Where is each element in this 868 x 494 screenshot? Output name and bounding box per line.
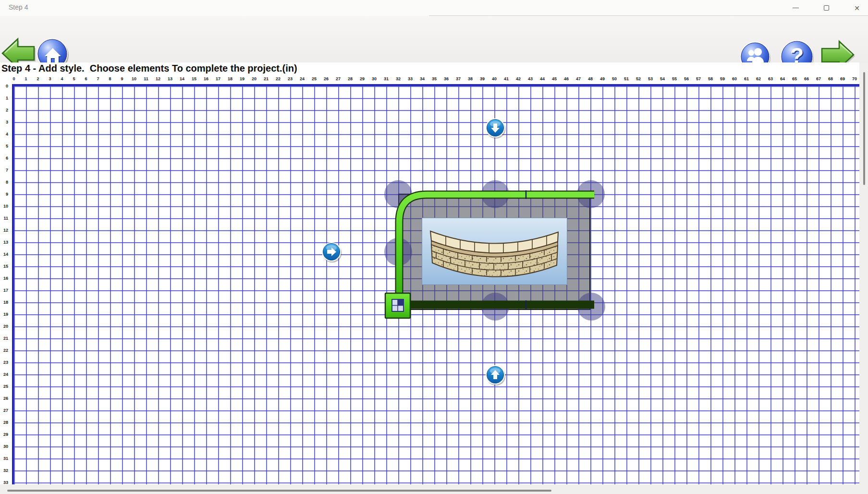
ruler-left-label: 9 [0, 191, 8, 197]
ruler-top-label: 24 [295, 76, 309, 81]
ruler-top-label: 45 [548, 76, 561, 81]
ruler-left-label: 3 [0, 119, 8, 125]
ruler-top-label: 8 [103, 76, 117, 81]
ruler-left-label: 8 [0, 179, 8, 185]
ruler-left-label: 20 [0, 323, 8, 329]
maximize-button[interactable] [819, 2, 833, 14]
minimize-icon [793, 8, 799, 9]
ruler-top-label: 57 [692, 76, 705, 81]
ruler-top-label: 23 [283, 76, 297, 81]
ruler-top-label: 31 [379, 76, 393, 81]
ruler-top-label: 60 [728, 76, 741, 81]
ruler-left-label: 2 [0, 107, 8, 113]
ruler-left-label: 0 [0, 83, 8, 89]
ruler-left-label: 16 [0, 275, 8, 281]
ruler-left-label: 13 [0, 239, 8, 245]
ruler-top-label: 64 [776, 76, 789, 81]
ruler-top-label: 40 [488, 76, 501, 81]
ruler-top-label: 44 [536, 76, 549, 81]
ruler-left-label: 17 [0, 287, 8, 293]
ruler-top-label: 3 [43, 76, 57, 81]
ruler-left-label: 29 [0, 432, 8, 437]
ruler-left-label: 15 [0, 263, 8, 269]
ruler-left-label: 10 [0, 203, 8, 209]
ruler-left-label: 28 [0, 420, 8, 425]
ruler-top-label: 25 [307, 76, 321, 81]
ruler-top-label: 66 [800, 76, 813, 81]
ruler-top-label: 4 [55, 76, 69, 81]
ruler-top-label: 49 [596, 76, 609, 81]
ruler-top-label: 51 [620, 76, 633, 81]
ruler-top-label: 10 [127, 76, 141, 81]
ruler-top-label: 47 [572, 76, 585, 81]
ruler-top-label: 59 [716, 76, 729, 81]
step-heading: Step 4 - Add style. Choose elements To c… [1, 63, 297, 74]
ruler-left-label: 26 [0, 395, 8, 401]
toolbar: ? ? [0, 16, 868, 62]
ruler-top-label: 69 [836, 76, 849, 81]
ruler-top-label: 55 [668, 76, 681, 81]
ruler-left-label: 18 [0, 299, 8, 305]
ruler-left: 0123456789101112131415161718192021222324… [0, 85, 11, 484]
ruler-top-label: 36 [440, 76, 453, 81]
ruler-top-label: 30 [367, 76, 381, 81]
ruler-top-label: 19 [235, 76, 249, 81]
ruler-left-label: 4 [0, 131, 8, 137]
ruler-top-label: 56 [680, 76, 693, 81]
ruler-left-label: 11 [0, 215, 8, 221]
ruler-top-label: 16 [199, 76, 213, 81]
ruler-top-label: 26 [319, 76, 333, 81]
title-bar: Step 4 ✕ [0, 0, 868, 16]
ruler-top-label: 21 [259, 76, 273, 81]
ruler-left-label: 14 [0, 251, 8, 257]
ruler-top-label: 27 [331, 76, 345, 81]
ruler-top-label: 46 [560, 76, 573, 81]
ruler-top-label: 52 [632, 76, 645, 81]
ruler-top-label: 67 [812, 76, 825, 81]
ruler-top-label: 2 [31, 76, 45, 81]
ruler-top-label: 11 [139, 76, 153, 81]
ruler-top-label: 17 [211, 76, 225, 81]
ruler-top-label: 9 [115, 76, 129, 81]
ruler-top-label: 20 [247, 76, 261, 81]
ruler-top-label: 5 [67, 76, 81, 81]
ruler-top-label: 39 [476, 76, 489, 81]
ruler-top-label: 6 [79, 76, 93, 81]
path-start-node[interactable] [385, 293, 410, 318]
ruler-top-label: 58 [704, 76, 717, 81]
ruler-top-label: 41 [500, 76, 513, 81]
ruler-top-label: 62 [752, 76, 765, 81]
horizontal-scrollbar[interactable] [0, 484, 868, 494]
ruler-left-label: 27 [0, 408, 8, 413]
ruler-top-label: 53 [644, 76, 657, 81]
ruler-top-label: 54 [656, 76, 669, 81]
ruler-left-label: 12 [0, 227, 8, 233]
application-window: Step 4 ✕ [0, 0, 868, 494]
window-controls: ✕ [788, 0, 864, 16]
ruler-top-label: 48 [584, 76, 597, 81]
minimize-button[interactable] [788, 2, 803, 14]
ruler-top-label: 28 [343, 76, 357, 81]
horizontal-scrollbar-thumb[interactable] [7, 490, 551, 492]
window-title: Step 4 [9, 3, 28, 11]
ruler-left-label: 6 [0, 155, 8, 161]
ruler-top-label: 61 [740, 76, 753, 81]
ruler-left-label: 25 [0, 383, 8, 389]
ruler-top-label: 22 [271, 76, 285, 81]
vertical-scrollbar-thumb[interactable] [863, 72, 865, 185]
ruler-top-label: 33 [403, 76, 417, 81]
ruler-top-label: 68 [824, 76, 837, 81]
ruler-top-label: 34 [416, 76, 429, 81]
ruler-top-label: 38 [464, 76, 477, 81]
ruler-top-label: 43 [524, 76, 537, 81]
ruler-top-label: 1 [19, 76, 33, 81]
close-button[interactable]: ✕ [850, 2, 864, 14]
wall-style-picture[interactable] [422, 218, 567, 285]
ruler-left-label: 22 [0, 347, 8, 353]
ruler-top-label: 14 [175, 76, 189, 81]
ruler-top-label: 65 [788, 76, 801, 81]
ruler-top-label: 63 [764, 76, 777, 81]
ruler-top-label: 7 [91, 76, 105, 81]
ruler-top-label: 18 [223, 76, 237, 81]
ruler-left-label: 19 [0, 311, 8, 317]
